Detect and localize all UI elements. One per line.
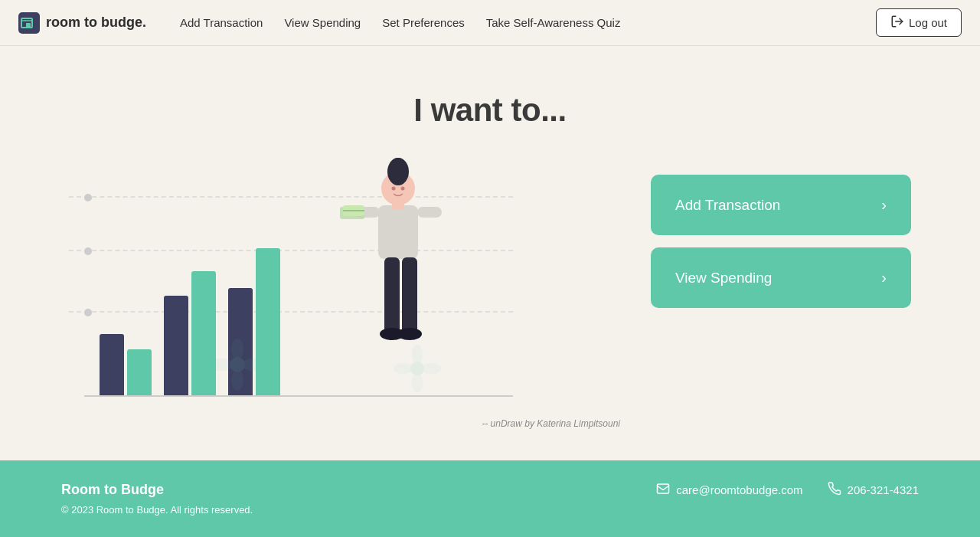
bar-dark-1	[100, 334, 124, 395]
page-title: I want to...	[413, 92, 566, 129]
nav-add-transaction[interactable]: Add Transaction	[180, 16, 263, 29]
deco-flower-1	[207, 334, 268, 395]
footer-copyright: © 2023 Room to Budge. All rights reserve…	[61, 504, 253, 516]
footer-brand: Room to Budge	[61, 482, 253, 498]
svg-rect-25	[384, 257, 400, 334]
svg-rect-29	[392, 201, 404, 210]
svg-point-17	[390, 158, 406, 173]
main-content: I want to...	[0, 46, 980, 460]
chevron-right-icon-2: ›	[881, 269, 887, 287]
chevron-right-icon-1: ›	[881, 196, 887, 214]
footer-phone-item: 206-321-4321	[828, 482, 919, 498]
attribution: -- unDraw by Katerina Limpitsouni	[69, 418, 620, 429]
nav-set-preferences[interactable]: Set Preferences	[382, 16, 465, 29]
footer-email: care@roomtobudge.com	[676, 483, 802, 496]
logout-label: Log out	[909, 16, 947, 29]
svg-point-31	[401, 187, 405, 191]
figure-svg	[337, 150, 459, 395]
logout-button[interactable]: Log out	[876, 8, 962, 37]
svg-point-8	[211, 359, 233, 371]
svg-rect-18	[378, 205, 418, 259]
svg-point-6	[231, 339, 243, 360]
dot-marker-2	[84, 247, 92, 255]
dot-marker-3	[84, 194, 92, 201]
bar-teal-1	[127, 349, 152, 395]
nav-view-spending[interactable]: View Spending	[284, 16, 361, 29]
bar-pair-1	[100, 334, 152, 395]
navbar: room to budge. Add Transaction View Spen…	[0, 0, 980, 46]
nav-links: Add Transaction View Spending Set Prefer…	[180, 16, 851, 29]
nav-quiz[interactable]: Take Self-Awareness Quiz	[486, 16, 621, 29]
svg-rect-32	[658, 484, 669, 493]
content-row: -- unDraw by Katerina Limpitsouni Add Tr…	[69, 159, 911, 429]
logo[interactable]: room to budge.	[18, 12, 146, 34]
logout-icon	[890, 15, 904, 31]
footer: Room to Budge © 2023 Room to Budge. All …	[0, 460, 980, 537]
chart-baseline	[84, 395, 513, 397]
view-spending-label: View Spending	[675, 270, 772, 287]
svg-point-9	[242, 359, 263, 371]
logo-icon	[18, 12, 40, 34]
actions-panel: Add Transaction › View Spending ›	[651, 159, 911, 308]
bar-dark-2	[164, 296, 188, 395]
svg-point-7	[231, 369, 243, 391]
add-transaction-label: Add Transaction	[675, 197, 780, 214]
illustration-container: -- unDraw by Katerina Limpitsouni	[69, 159, 620, 429]
svg-rect-2	[26, 23, 31, 28]
footer-email-item: care@roomtobudge.com	[656, 482, 802, 498]
svg-point-30	[392, 187, 396, 191]
svg-rect-26	[402, 257, 417, 334]
logo-text: room to budge.	[46, 15, 146, 31]
footer-left: Room to Budge © 2023 Room to Budge. All …	[61, 482, 253, 516]
footer-contact: care@roomtobudge.com 206-321-4321	[656, 482, 919, 498]
svg-point-28	[397, 328, 422, 340]
view-spending-button[interactable]: View Spending ›	[651, 247, 911, 308]
add-transaction-button[interactable]: Add Transaction ›	[651, 175, 911, 235]
dot-marker-1	[84, 309, 92, 316]
footer-phone: 206-321-4321	[848, 483, 919, 496]
svg-rect-20	[417, 207, 442, 218]
email-icon	[656, 482, 670, 498]
phone-icon	[828, 482, 841, 498]
chart-area	[69, 159, 513, 412]
